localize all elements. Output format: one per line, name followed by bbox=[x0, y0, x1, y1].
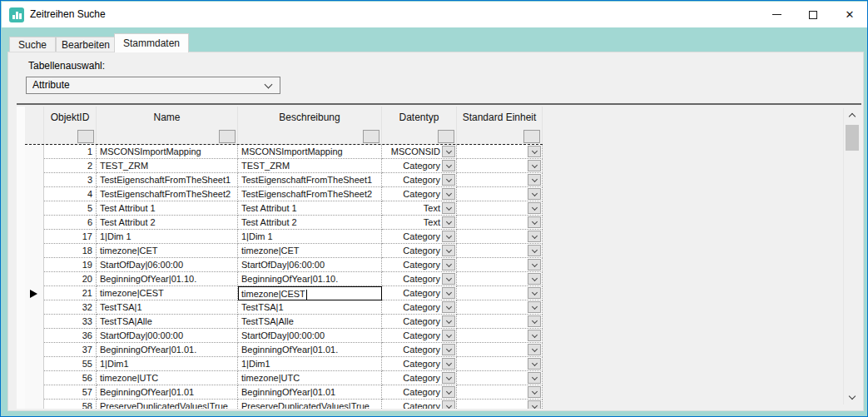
cell-beschreibung[interactable]: TestEigenschaftFromTheSheet1 bbox=[238, 173, 382, 187]
cell-objektid[interactable]: 55 bbox=[44, 357, 97, 371]
cell-standard-einheit[interactable] bbox=[457, 244, 543, 258]
cell-datentyp[interactable]: Text bbox=[382, 201, 457, 216]
cell-datentyp[interactable]: Category bbox=[382, 159, 457, 173]
cell-name[interactable]: StartOfDay|06:00:00 bbox=[97, 258, 238, 272]
cell-standard-einheit[interactable] bbox=[457, 286, 543, 300]
standard-einheit-dropdown-button[interactable] bbox=[528, 160, 541, 171]
table-select-combobox[interactable]: Attribute bbox=[26, 77, 280, 94]
datentyp-dropdown-button[interactable] bbox=[442, 259, 455, 271]
cell-beschreibung[interactable]: PreserveDuplicatedValues|True bbox=[238, 400, 382, 409]
cell-datentyp[interactable]: Category bbox=[382, 300, 457, 315]
cell-name[interactable]: Test Attribut 1 bbox=[97, 201, 238, 216]
filter-dropdown-standard-einheit[interactable] bbox=[523, 130, 540, 143]
cell-objektid[interactable]: 58 bbox=[44, 400, 97, 409]
cell-name[interactable]: timezone|CET bbox=[97, 244, 238, 258]
standard-einheit-dropdown-button[interactable] bbox=[528, 358, 541, 370]
maximize-button[interactable] bbox=[795, 2, 831, 27]
cell-objektid[interactable]: 1 bbox=[44, 145, 97, 159]
cell-datentyp[interactable]: Category bbox=[382, 371, 457, 385]
tab-suche[interactable]: Suche bbox=[9, 37, 56, 52]
row-header-cell[interactable] bbox=[25, 272, 44, 286]
cell-standard-einheit[interactable] bbox=[457, 371, 543, 385]
filter-dropdown-beschreibung[interactable] bbox=[363, 130, 379, 143]
cell-beschreibung[interactable]: BeginningOfYear|01.10. bbox=[238, 272, 382, 286]
cell-objektid[interactable]: 18 bbox=[44, 244, 97, 258]
cell-objektid[interactable]: 33 bbox=[44, 315, 97, 329]
cell-name[interactable]: BeginningOfYear|01.01 bbox=[97, 385, 238, 400]
minimize-button[interactable] bbox=[758, 2, 795, 27]
cell-datentyp[interactable]: Category bbox=[382, 357, 457, 371]
standard-einheit-dropdown-button[interactable] bbox=[528, 301, 541, 313]
cell-beschreibung[interactable]: BeginningOfYear|01.01 bbox=[238, 385, 382, 400]
cell-datentyp[interactable]: Category bbox=[382, 343, 457, 357]
filter-dropdown-objektid[interactable] bbox=[77, 130, 94, 143]
standard-einheit-dropdown-button[interactable] bbox=[528, 202, 541, 214]
cell-datentyp[interactable]: Category bbox=[382, 244, 457, 258]
standard-einheit-dropdown-button[interactable] bbox=[528, 259, 541, 271]
standard-einheit-dropdown-button[interactable] bbox=[528, 146, 541, 157]
cell-objektid[interactable]: 57 bbox=[44, 385, 97, 400]
scroll-up-button[interactable] bbox=[845, 108, 860, 122]
column-header-datentyp[interactable]: Datentyp bbox=[382, 107, 457, 128]
cell-standard-einheit[interactable] bbox=[457, 201, 543, 216]
datentyp-dropdown-button[interactable] bbox=[442, 344, 455, 355]
standard-einheit-dropdown-button[interactable] bbox=[528, 330, 541, 341]
cell-beschreibung[interactable]: TestTSA|Alle bbox=[238, 315, 382, 329]
cell-beschreibung[interactable]: TestEigenschaftFromTheSheet2 bbox=[238, 187, 382, 201]
cell-objektid[interactable]: 36 bbox=[44, 329, 97, 343]
row-header-cell[interactable] bbox=[25, 187, 44, 201]
scrollbar-thumb[interactable] bbox=[846, 125, 859, 151]
datentyp-dropdown-button[interactable] bbox=[442, 301, 455, 313]
cell-name[interactable]: TestTSA|1 bbox=[97, 300, 238, 315]
row-header-cell[interactable] bbox=[25, 173, 44, 187]
cell-datentyp[interactable]: MSCONSID bbox=[382, 145, 457, 159]
row-header-cell[interactable] bbox=[25, 400, 44, 409]
standard-einheit-dropdown-button[interactable] bbox=[528, 188, 541, 200]
cell-beschreibung[interactable]: Test Attribut 2 bbox=[238, 216, 382, 230]
cell-datentyp[interactable]: Category bbox=[382, 286, 457, 300]
cell-objektid[interactable]: 37 bbox=[44, 343, 97, 357]
datentyp-dropdown-button[interactable] bbox=[442, 287, 455, 299]
standard-einheit-dropdown-button[interactable] bbox=[528, 287, 541, 299]
cell-standard-einheit[interactable] bbox=[457, 216, 543, 230]
cell-objektid[interactable]: 19 bbox=[44, 258, 97, 272]
datentyp-dropdown-button[interactable] bbox=[442, 160, 455, 171]
row-header-cell[interactable] bbox=[25, 230, 44, 244]
column-header-beschreibung[interactable]: Beschreibung bbox=[238, 107, 382, 128]
cell-beschreibung[interactable]: TEST_ZRM bbox=[238, 159, 382, 173]
row-header-cell[interactable] bbox=[25, 286, 44, 300]
datentyp-dropdown-button[interactable] bbox=[442, 400, 455, 409]
tab-bearbeiten[interactable]: Bearbeiten bbox=[56, 37, 116, 52]
cell-beschreibung-editing[interactable]: timezone|CEST bbox=[238, 286, 382, 300]
cell-datentyp[interactable]: Category bbox=[382, 272, 457, 286]
datentyp-dropdown-button[interactable] bbox=[442, 358, 455, 370]
cell-standard-einheit[interactable] bbox=[457, 187, 543, 201]
cell-beschreibung[interactable]: 1|Dim 1 bbox=[238, 230, 382, 244]
cell-standard-einheit[interactable] bbox=[457, 272, 543, 286]
cell-beschreibung[interactable]: BeginningOfYear|01.01. bbox=[238, 343, 382, 357]
cell-standard-einheit[interactable] bbox=[457, 329, 543, 343]
cell-datentyp[interactable]: Category bbox=[382, 230, 457, 244]
cell-beschreibung[interactable]: TestTSA|1 bbox=[238, 300, 382, 315]
cell-standard-einheit[interactable] bbox=[457, 315, 543, 329]
cell-objektid[interactable]: 4 bbox=[44, 187, 97, 201]
column-header-name[interactable]: Name bbox=[97, 107, 238, 128]
cell-datentyp[interactable]: Category bbox=[382, 173, 457, 187]
cell-name[interactable]: BeginningOfYear|01.10. bbox=[97, 272, 238, 286]
standard-einheit-dropdown-button[interactable] bbox=[528, 174, 541, 186]
row-header-cell[interactable] bbox=[25, 159, 44, 173]
cell-datentyp[interactable]: Category bbox=[382, 315, 457, 329]
cell-objektid[interactable]: 5 bbox=[44, 201, 97, 216]
row-header-cell[interactable] bbox=[25, 371, 44, 385]
cell-objektid[interactable]: 6 bbox=[44, 216, 97, 230]
close-button[interactable]: ✕ bbox=[831, 2, 868, 27]
cell-datentyp[interactable]: Category bbox=[382, 258, 457, 272]
datentyp-dropdown-button[interactable] bbox=[442, 273, 455, 285]
cell-beschreibung[interactable]: StartOfDay|00:00:00 bbox=[238, 329, 382, 343]
standard-einheit-dropdown-button[interactable] bbox=[528, 315, 541, 327]
standard-einheit-dropdown-button[interactable] bbox=[528, 216, 541, 228]
cell-name[interactable]: TEST_ZRM bbox=[97, 159, 238, 173]
datentyp-dropdown-button[interactable] bbox=[442, 188, 455, 200]
row-header-cell[interactable] bbox=[25, 244, 44, 258]
cell-standard-einheit[interactable] bbox=[457, 258, 543, 272]
